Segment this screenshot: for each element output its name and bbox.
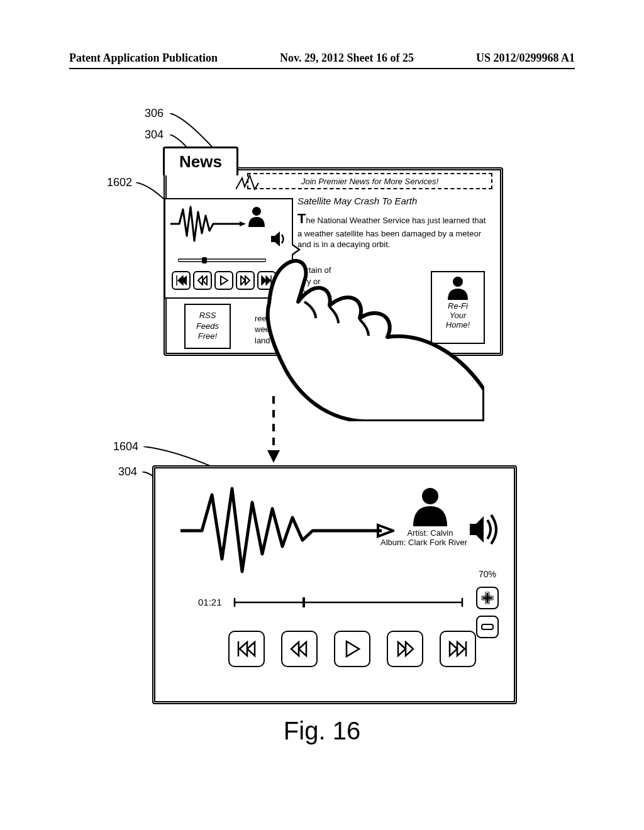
- speaker-large-icon: [467, 512, 499, 546]
- artist-icon: [246, 206, 267, 227]
- waveform-large-icon: [180, 484, 394, 578]
- artist-large-icon: [408, 486, 452, 526]
- lead-line-1602: [136, 182, 165, 201]
- skip-back-button[interactable]: [172, 271, 191, 290]
- rss-line2: Feeds: [196, 321, 219, 332]
- svg-rect-8: [482, 624, 493, 629]
- rss-line1: RSS: [199, 311, 216, 321]
- article-text: he National Weather Service has just lea…: [297, 216, 486, 249]
- volume-up-button[interactable]: [476, 587, 499, 609]
- rss-ad[interactable]: RSS Feeds Free!: [184, 304, 231, 349]
- rewind-button[interactable]: [193, 271, 212, 290]
- svg-rect-3: [202, 257, 207, 263]
- page-header: Patent Application Publication Nov. 29, …: [69, 52, 575, 65]
- speaker-icon: [270, 230, 287, 248]
- volume-speaker[interactable]: [467, 512, 499, 548]
- svg-point-5: [422, 488, 438, 504]
- player-panel: Artist: Calvin Album: Clark Fork River 7…: [152, 465, 517, 704]
- banner-ad[interactable]: Join Premier News for More Services!: [247, 173, 492, 189]
- news-tab[interactable]: News: [163, 147, 238, 175]
- volume-down-button[interactable]: [476, 616, 499, 638]
- artist-info: Artist: Calvin Album: Clark Fork River: [402, 486, 458, 547]
- skip-back-button-large[interactable]: [228, 631, 265, 667]
- ref-1602: 1602: [107, 176, 132, 189]
- artist-label: Artist: Calvin: [402, 528, 458, 538]
- rewind-icon: [197, 275, 208, 285]
- waveform-icon: [170, 203, 246, 245]
- ref-304-bot: 304: [118, 465, 137, 479]
- figure-caption: Fig. 16: [69, 717, 575, 745]
- volume-percent: 70%: [479, 569, 496, 579]
- banner-text: Join Premier News for More Services!: [301, 177, 438, 186]
- tab-handle-icon: [236, 174, 260, 191]
- news-tab-label: News: [179, 152, 222, 172]
- ref-306: 306: [145, 107, 164, 120]
- playback-controls: [228, 631, 476, 667]
- play-button[interactable]: [214, 271, 233, 290]
- figure: 306 304 1602 News Join Premier News for …: [69, 107, 575, 792]
- skip-forward-button-large[interactable]: [440, 631, 476, 667]
- forward-button-large[interactable]: [387, 631, 423, 667]
- play-button-large[interactable]: [334, 631, 370, 667]
- rss-line3: Free!: [198, 331, 217, 342]
- svg-point-1: [252, 207, 261, 216]
- rewind-icon: [289, 640, 310, 658]
- skip-forward-icon: [447, 640, 469, 658]
- playback-time: 01:21: [198, 597, 222, 607]
- play-icon: [343, 639, 362, 658]
- skip-back-icon: [175, 275, 187, 285]
- hand-icon: [245, 258, 484, 421]
- progress-bar[interactable]: [232, 597, 465, 608]
- plus-icon: [481, 592, 494, 604]
- ref-304-top: 304: [145, 128, 164, 141]
- resize-handle[interactable]: [292, 243, 301, 256]
- minus-icon: [481, 624, 494, 630]
- dropcap: T: [297, 211, 306, 226]
- forward-icon: [394, 640, 416, 658]
- article-body: The National Weather Service has just le…: [297, 209, 492, 250]
- album-label: Album: Clark Fork River: [380, 538, 458, 547]
- ref-1604: 1604: [113, 440, 138, 453]
- play-icon: [219, 275, 229, 285]
- header-rule: [69, 68, 575, 69]
- header-center: Nov. 29, 2012 Sheet 16 of 25: [280, 52, 414, 65]
- article-headline: Satellite May Crash To Earth: [297, 196, 417, 206]
- header-left: Patent Application Publication: [69, 52, 218, 65]
- skip-back-icon: [236, 640, 257, 658]
- rewind-button-large[interactable]: [281, 631, 318, 667]
- header-right: US 2012/0299968 A1: [476, 52, 575, 65]
